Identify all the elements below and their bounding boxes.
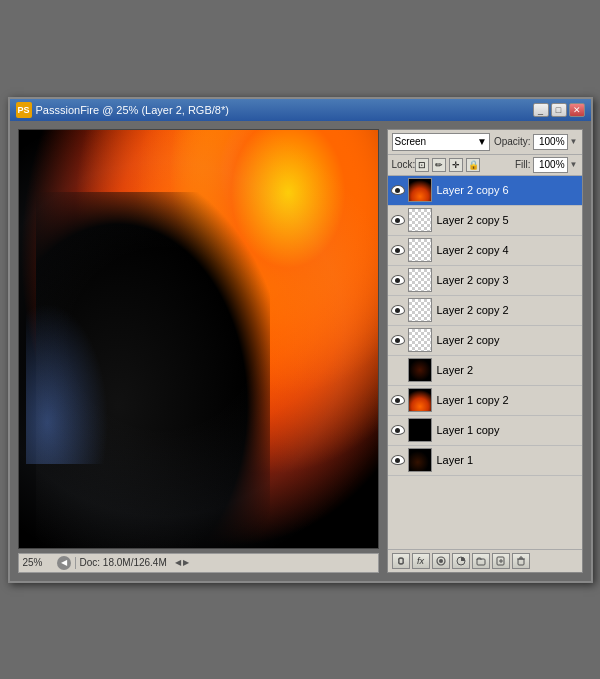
layer-visibility-toggle[interactable]	[390, 422, 406, 438]
layer-item[interactable]: Layer 2 copy 5	[388, 206, 582, 236]
eye-pupil	[395, 338, 400, 343]
fill-arrow[interactable]: ▼	[570, 160, 578, 169]
opacity-arrow[interactable]: ▼	[570, 137, 578, 146]
lock-label: Lock:	[392, 159, 416, 170]
eye-icon	[391, 335, 405, 345]
layer-item[interactable]: Layer 1	[388, 446, 582, 476]
title-bar-left: PS PasssionFire @ 25% (Layer 2, RGB/8*)	[16, 102, 229, 118]
layer-style-button[interactable]: fx	[412, 553, 430, 569]
layer-visibility-toggle[interactable]	[390, 272, 406, 288]
blend-mode-value: Screen	[395, 136, 427, 147]
layer-name: Layer 1	[434, 454, 580, 466]
link-layers-button[interactable]	[392, 553, 410, 569]
layers-list: Layer 2 copy 6 Layer 2 copy 5	[388, 176, 582, 549]
delete-layer-button[interactable]	[512, 553, 530, 569]
layer-thumbnail	[408, 178, 432, 202]
status-bar: 25% ◀ Doc: 18.0M/126.4M ◀ ▶	[18, 553, 379, 573]
layer-item[interactable]: Layer 2 copy 2	[388, 296, 582, 326]
new-layer-icon	[496, 556, 506, 566]
trash-icon	[516, 556, 526, 566]
svg-rect-5	[518, 559, 524, 565]
mask-icon	[436, 556, 446, 566]
layer-name: Layer 1 copy	[434, 424, 580, 436]
lock-transparent-btn[interactable]: ⊡	[415, 158, 429, 172]
opacity-label: Opacity:	[494, 136, 531, 147]
layer-item[interactable]: Layer 2 copy 3	[388, 266, 582, 296]
eye-pupil	[395, 218, 400, 223]
opacity-input[interactable]	[533, 134, 568, 150]
layer-item[interactable]: Layer 2	[388, 356, 582, 386]
lock-position-btn[interactable]: ✛	[449, 158, 463, 172]
layer-name: Layer 2 copy	[434, 334, 580, 346]
thumb-black	[409, 419, 431, 441]
layer-eye-empty	[390, 362, 406, 378]
canvas-container[interactable]	[18, 129, 379, 549]
status-icon-left[interactable]: ◀	[57, 556, 71, 570]
thumb-checker	[409, 209, 431, 231]
fill-input[interactable]	[533, 157, 568, 173]
layer-thumbnail	[408, 358, 432, 382]
layer-visibility-toggle[interactable]	[390, 182, 406, 198]
link-icon	[396, 556, 406, 566]
layer-visibility-toggle[interactable]	[390, 332, 406, 348]
layer-visibility-toggle[interactable]	[390, 392, 406, 408]
layer-visibility-toggle[interactable]	[390, 452, 406, 468]
lock-icons: ⊡ ✏ ✛ 🔒	[415, 158, 480, 172]
scroll-right-arrow[interactable]: ▶	[183, 558, 189, 567]
layer-thumbnail	[408, 418, 432, 442]
layer-thumbnail	[408, 298, 432, 322]
new-layer-button[interactable]	[492, 553, 510, 569]
layer-thumbnail	[408, 208, 432, 232]
blend-mode-arrow: ▼	[477, 136, 487, 147]
layer-visibility-toggle[interactable]	[390, 212, 406, 228]
eye-pupil	[395, 248, 400, 253]
eye-icon	[391, 185, 405, 195]
thumb-fire	[409, 389, 431, 411]
layer-name: Layer 2	[434, 364, 580, 376]
status-divider	[75, 557, 76, 569]
layer-name: Layer 1 copy 2	[434, 394, 580, 406]
doc-size: Doc: 18.0M/126.4M	[80, 557, 167, 568]
layer-name: Layer 2 copy 3	[434, 274, 580, 286]
layer-visibility-toggle[interactable]	[390, 302, 406, 318]
layer-thumbnail	[408, 268, 432, 292]
new-group-button[interactable]	[472, 553, 490, 569]
eye-pupil	[395, 278, 400, 283]
layer-item[interactable]: Layer 2 copy	[388, 326, 582, 356]
adjustment-layer-button[interactable]	[452, 553, 470, 569]
title-bar: PS PasssionFire @ 25% (Layer 2, RGB/8*) …	[10, 99, 591, 121]
status-arrows: ◀ ▶	[175, 558, 189, 567]
window-controls: _ □ ✕	[533, 103, 585, 117]
lock-row: Lock: ⊡ ✏ ✛ 🔒 Fill: ▼	[388, 155, 582, 176]
minimize-button[interactable]: _	[533, 103, 549, 117]
fill-row: Fill: ▼	[515, 157, 577, 173]
edge-glow	[19, 130, 378, 548]
opacity-row: Opacity: ▼	[494, 134, 578, 150]
lock-image-btn[interactable]: ✏	[432, 158, 446, 172]
blend-mode-dropdown[interactable]: Screen ▼	[392, 133, 490, 151]
zoom-level: 25%	[23, 557, 53, 568]
layer-item[interactable]: Layer 1 copy 2	[388, 386, 582, 416]
eye-pupil	[395, 188, 400, 193]
app-icon: PS	[16, 102, 32, 118]
eye-icon	[391, 455, 405, 465]
eye-pupil	[395, 308, 400, 313]
maximize-button[interactable]: □	[551, 103, 567, 117]
layer-visibility-toggle[interactable]	[390, 242, 406, 258]
layer-thumbnail	[408, 448, 432, 472]
lock-all-btn[interactable]: 🔒	[466, 158, 480, 172]
layer-item[interactable]: Layer 2 copy 4	[388, 236, 582, 266]
add-mask-button[interactable]	[432, 553, 450, 569]
group-icon	[476, 556, 486, 566]
canvas-panel: 25% ◀ Doc: 18.0M/126.4M ◀ ▶	[18, 129, 379, 573]
layer-name: Layer 2 copy 4	[434, 244, 580, 256]
status-left: 25% ◀ Doc: 18.0M/126.4M	[23, 556, 167, 570]
layer-item[interactable]: Layer 1 copy	[388, 416, 582, 446]
layer-item[interactable]: Layer 2 copy 6	[388, 176, 582, 206]
content-area: 25% ◀ Doc: 18.0M/126.4M ◀ ▶ Screen ▼	[10, 121, 591, 581]
close-button[interactable]: ✕	[569, 103, 585, 117]
scroll-left-arrow[interactable]: ◀	[175, 558, 181, 567]
fill-label: Fill:	[515, 159, 531, 170]
layer-name: Layer 2 copy 6	[434, 184, 580, 196]
canvas-image	[19, 130, 378, 548]
